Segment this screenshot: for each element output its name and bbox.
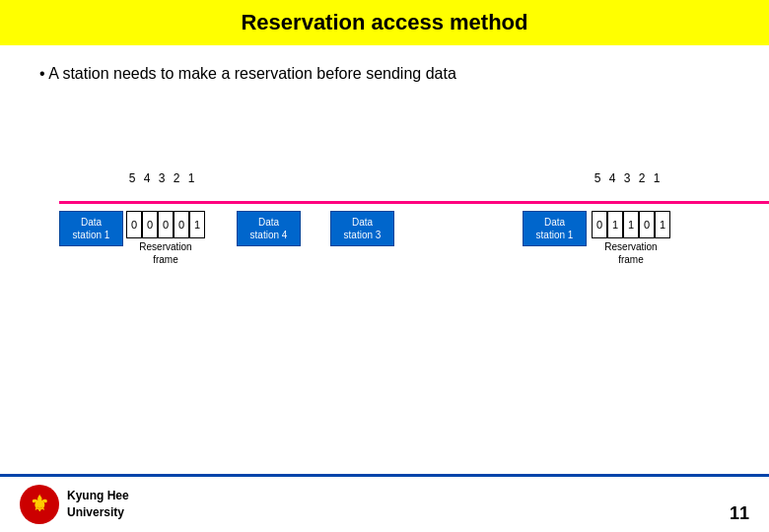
data-box-station3: Datastation 3 — [330, 211, 394, 246]
res-cell-4: 0 — [174, 211, 189, 238]
res-cell-r5: 1 — [655, 211, 670, 238]
bullet-text: • A station needs to make a reservation … — [39, 65, 730, 83]
res-cell-r1: 0 — [592, 211, 607, 238]
res-cell-2: 0 — [142, 211, 158, 238]
slide-title: Reservation access method — [20, 10, 749, 35]
res-cells-right: 0 1 1 0 1 — [592, 211, 670, 238]
numbers-left: 5 4 3 2 1 — [126, 171, 197, 185]
res-cell-r2: 1 — [607, 211, 623, 238]
university-name: Kyung Hee University — [67, 488, 129, 521]
content-area: • A station needs to make a reservation … — [0, 45, 769, 132]
diagram-area: 5 4 3 2 1 5 4 3 2 1 Datastation 1 0 0 0 … — [39, 142, 769, 339]
page-number: 11 — [730, 503, 749, 524]
res-cell-r4: 0 — [639, 211, 655, 238]
title-bar: Reservation access method — [0, 0, 769, 45]
right-reservation-frame: 0 1 1 0 1 Reservationframe — [592, 211, 670, 266]
res-cell-r3: 1 — [623, 211, 639, 238]
data-box-station1-right: Datastation 1 — [523, 211, 587, 246]
res-cells-left: 0 0 0 0 1 — [126, 211, 205, 238]
data-box-station4: Datastation 4 — [237, 211, 301, 246]
res-cell-3: 0 — [158, 211, 174, 238]
right-data-station: Datastation 1 — [523, 211, 587, 246]
mid-data-station4: Datastation 4 — [237, 211, 301, 246]
mid-data-station3: Datastation 3 — [330, 211, 394, 246]
res-label-left: Reservationframe — [139, 240, 191, 266]
university-logo-area: Kyung Hee University — [20, 485, 129, 524]
university-logo-icon — [20, 485, 59, 524]
data-box-station1-left: Datastation 1 — [59, 211, 123, 246]
left-data-station: Datastation 1 — [59, 211, 123, 246]
left-reservation-frame: 0 0 0 0 1 Reservationframe — [126, 211, 205, 266]
res-cell-5: 1 — [189, 211, 205, 238]
res-label-right: Reservationframe — [604, 240, 657, 266]
footer: Kyung Hee University 11 — [0, 474, 769, 532]
numbers-right: 5 4 3 2 1 — [592, 171, 663, 185]
timeline-arrow — [59, 201, 769, 204]
res-cell-1: 0 — [126, 211, 142, 238]
